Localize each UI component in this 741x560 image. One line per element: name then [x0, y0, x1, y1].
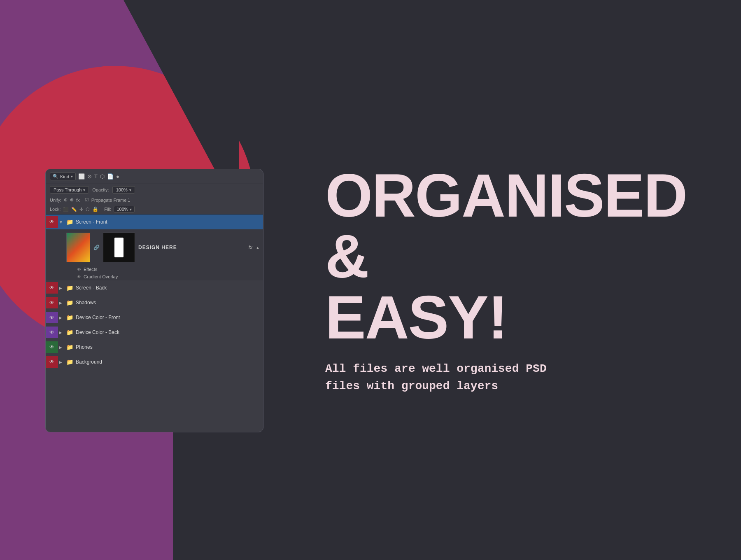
folder-icon-device-back: 📁 [66, 329, 73, 336]
filter-kind-label: Kind [60, 174, 69, 179]
unify-fx-icon[interactable]: fx [76, 198, 80, 203]
lock-label: Lock: [50, 207, 61, 212]
ps-toolbar-row1: 🔍 Kind ▾ ⬜ ⊘ T ⬡ 📄 ● [46, 169, 263, 184]
ps-toolbar-row4: Lock: ⬛ ✏️ ✛ ⬡ 🔒 Fill: 100% ▾ [46, 204, 263, 215]
opacity-label: Opacity: [92, 187, 109, 192]
layer-name-background: Background [76, 359, 260, 365]
mask-white-shape [114, 238, 124, 257]
folder-icon-background: 📁 [66, 359, 73, 365]
layer-effects-group: 👁 Effects 👁 Gradient Overlay [46, 266, 263, 280]
layer-name-device-front: Device Color - Front [76, 315, 260, 320]
design-here-label: DESIGN HERE [138, 245, 177, 250]
search-box[interactable]: 🔍 Kind ▾ [50, 173, 76, 180]
unify-clipping-icon[interactable]: ⊗ [70, 197, 74, 203]
expand-arrow-background[interactable]: ▶ [59, 360, 64, 364]
folder-icon-device-front: 📁 [66, 314, 73, 321]
layers-panel: 👁 ▼ 📁 Screen - Front 🔗 [46, 215, 263, 369]
headline-line1: ORGANISED & [325, 165, 708, 287]
lock-all-icon[interactable]: 🔒 [92, 206, 98, 212]
expand-arrow-device-front[interactable]: ▶ [59, 315, 64, 320]
filter-chevron: ▾ [71, 174, 73, 179]
layer-screen-front[interactable]: 👁 ▼ 📁 Screen - Front [46, 215, 263, 229]
unify-pos-icon[interactable]: ⊕ [64, 197, 68, 203]
folder-icon-screen-front: 📁 [66, 219, 73, 225]
blend-mode-chevron: ▾ [83, 188, 85, 192]
expand-arrow-screen-back[interactable]: ▶ [59, 286, 64, 290]
thumb-row: 🔗 DESIGN HERE fx ▲ [66, 233, 260, 262]
eye-icon-background[interactable]: 👁 [46, 356, 58, 368]
shape-filter-icon[interactable]: ⬡ [100, 173, 105, 180]
propagate-checkbox[interactable]: ☑ [85, 197, 89, 203]
left-side: 🔍 Kind ▾ ⬜ ⊘ T ⬡ 📄 ● Pass Through ▾ Opac… [0, 0, 309, 560]
opacity-chevron: ▾ [129, 188, 131, 192]
link-icon: 🔗 [93, 245, 100, 250]
layer-name-phones: Phones [76, 344, 260, 350]
folder-icon-screen-back: 📁 [66, 285, 73, 291]
photoshop-panel: 🔍 Kind ▾ ⬜ ⊘ T ⬡ 📄 ● Pass Through ▾ Opac… [45, 169, 263, 432]
right-side: ORGANISED & EASY! All files are well org… [309, 0, 741, 560]
fill-chevron: ▾ [130, 207, 132, 212]
eye-icon-shadows[interactable]: 👁 [46, 297, 58, 308]
effect-name-gradient: Gradient Overlay [84, 274, 118, 279]
headline-text: ORGANISED & EASY! [325, 165, 708, 348]
lock-brush-icon[interactable]: ✏️ [71, 207, 77, 212]
expand-arrow-phones[interactable]: ▶ [59, 345, 64, 350]
layer-screen-front-content: 🔗 DESIGN HERE fx ▲ [46, 229, 263, 266]
eye-icon-gradient[interactable]: 👁 [77, 275, 81, 279]
subtext: All files are well organised PSD files w… [325, 360, 580, 395]
lock-move-icon[interactable]: ✛ [79, 207, 83, 212]
layer-phones[interactable]: 👁 ▶ 📁 Phones [46, 340, 263, 355]
layer-name-device-back: Device Color - Back [76, 329, 260, 335]
layer-name-shadows: Shadows [76, 300, 260, 306]
fill-label: Fill: [104, 207, 111, 212]
search-icon: 🔍 [53, 174, 58, 179]
effect-name-effects: Effects [84, 267, 97, 272]
layer-screen-back[interactable]: 👁 ▶ 📁 Screen - Back [46, 280, 263, 295]
eye-icon-screen-back[interactable]: 👁 [46, 282, 58, 294]
layer-device-color-front[interactable]: 👁 ▶ 📁 Device Color - Front [46, 310, 263, 325]
propagate-label: Propagate Frame 1 [91, 198, 130, 203]
unify-label: Unify: [50, 198, 61, 203]
eye-icon-phones[interactable]: 👁 [46, 341, 58, 353]
layer-device-color-back[interactable]: 👁 ▶ 📁 Device Color - Back [46, 325, 263, 340]
text-filter-icon[interactable]: T [94, 173, 98, 180]
expand-icon[interactable]: ▲ [256, 245, 260, 250]
fx-badge: fx [249, 245, 252, 250]
layer-background[interactable]: 👁 ▶ 📁 Background [46, 355, 263, 369]
expand-arrow-device-back[interactable]: ▶ [59, 330, 64, 335]
expand-arrow-screen-front[interactable]: ▼ [59, 220, 64, 224]
expand-arrow-shadows[interactable]: ▶ [59, 301, 64, 305]
blend-mode-label: Pass Through [54, 187, 82, 192]
fill-value: 100% [117, 207, 128, 212]
folder-icon-shadows: 📁 [66, 299, 73, 306]
fill-dropdown[interactable]: 100% ▾ [114, 206, 134, 212]
lock-pixels-icon[interactable]: ⬛ [63, 207, 69, 212]
layer-name-screen-front: Screen - Front [76, 219, 260, 225]
ps-toolbar-row2: Pass Through ▾ Opacity: 100% ▾ [46, 184, 263, 196]
headline-line2: EASY! [325, 287, 708, 348]
folder-icon-phones: 📁 [66, 344, 73, 350]
layer-name-screen-back: Screen - Back [76, 285, 260, 291]
main-content: 🔍 Kind ▾ ⬜ ⊘ T ⬡ 📄 ● Pass Through ▾ Opac… [0, 0, 741, 560]
effect-row-effects: 👁 Effects [74, 266, 263, 273]
eye-icon-device-back[interactable]: 👁 [46, 327, 58, 338]
image-filter-icon[interactable]: ⬜ [78, 173, 85, 180]
pixel-filter-icon[interactable]: ● [116, 173, 119, 180]
eye-icon-screen-front[interactable]: 👁 [46, 216, 58, 228]
layer-thumbnail-colorful [66, 233, 90, 262]
thumb-inner [67, 233, 90, 262]
layer-shadows[interactable]: 👁 ▶ 📁 Shadows [46, 295, 263, 310]
ps-toolbar-row3: Unify: ⊕ ⊗ fx ☑ Propagate Frame 1 [46, 196, 263, 204]
blend-mode-dropdown[interactable]: Pass Through ▾ [50, 186, 89, 194]
effect-row-gradient: 👁 Gradient Overlay [74, 273, 263, 280]
smart-filter-icon[interactable]: 📄 [107, 173, 114, 180]
eye-icon-device-front[interactable]: 👁 [46, 312, 58, 323]
adjustment-filter-icon[interactable]: ⊘ [87, 173, 92, 180]
lock-artboard-icon[interactable]: ⬡ [86, 207, 90, 212]
layer-thumbnail-mask [103, 233, 135, 262]
opacity-value: 100% [116, 187, 128, 192]
opacity-dropdown[interactable]: 100% ▾ [112, 186, 135, 194]
eye-icon-effects[interactable]: 👁 [77, 267, 81, 272]
